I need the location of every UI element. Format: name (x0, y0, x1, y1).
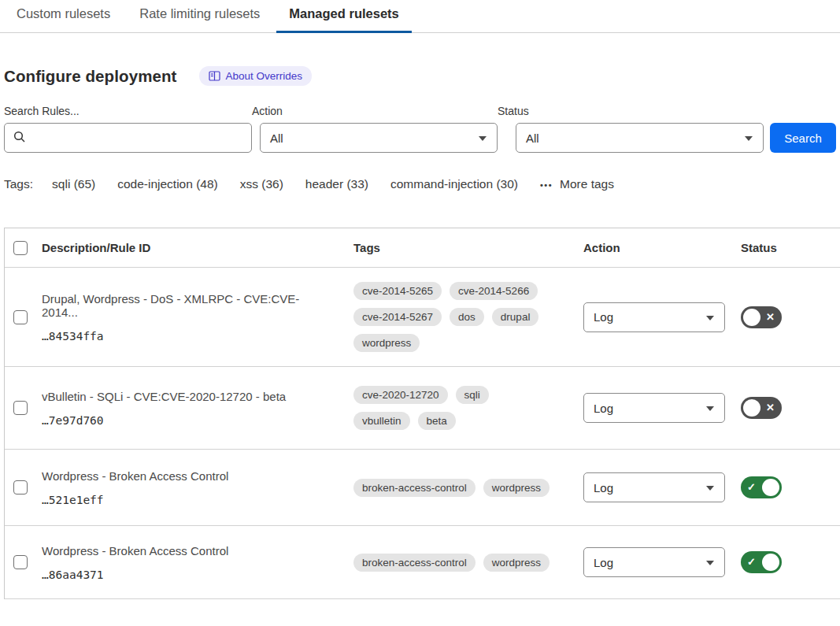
rule-action-select[interactable]: Log (583, 393, 725, 423)
tag-pill: broken-access-control (353, 479, 476, 497)
chevron-down-icon (706, 406, 714, 411)
rule-tags: cve-2014-5265 cve-2014-5266 cve-2014-526… (353, 282, 583, 352)
action-filter-group: Action All (252, 105, 498, 153)
header-row: Configure deployment About Overrides (4, 66, 840, 86)
more-tags-button[interactable]: ••• More tags (540, 177, 614, 191)
rule-action-value: Log (594, 402, 613, 415)
tag-filter-command-injection[interactable]: command-injection (30) (390, 177, 518, 191)
rule-status-toggle[interactable]: ✓ ✕ (741, 306, 782, 328)
status-filter-value: All (526, 131, 539, 145)
more-tags-label: More tags (560, 177, 614, 191)
table-row: Wordpress - Broken Access Control …86aa4… (5, 526, 840, 599)
rule-status-toggle[interactable]: ✓ ✕ (741, 397, 782, 419)
chevron-down-icon (706, 486, 714, 491)
tag-pill: vbulletin (353, 412, 410, 430)
ellipsis-icon: ••• (540, 180, 553, 190)
rule-action-select[interactable]: Log (583, 472, 725, 502)
rule-tags: broken-access-control wordpress (353, 554, 583, 572)
rule-action-select[interactable]: Log (583, 302, 725, 332)
tag-filter-sqli[interactable]: sqli (65) (52, 177, 95, 191)
rule-id: …7e97d760 (42, 414, 330, 427)
rule-action-select[interactable]: Log (583, 547, 725, 577)
rule-description: Wordpress - Broken Access Control (42, 544, 330, 557)
tag-pill: wordpress (483, 479, 550, 497)
table-row: Wordpress - Broken Access Control …521e1… (5, 450, 840, 526)
tab-managed-rulesets[interactable]: Managed rulesets (276, 6, 411, 33)
tag-pill: cve-2014-5267 (353, 308, 442, 326)
row-checkbox[interactable] (13, 310, 28, 324)
rule-status-toggle[interactable]: ✓ ✕ (741, 551, 782, 573)
chevron-down-icon (479, 136, 487, 141)
table-row: Drupal, Wordpress - DoS - XMLRPC - CVE:C… (5, 268, 840, 367)
status-filter-select[interactable]: All (516, 123, 764, 153)
check-icon: ✓ (747, 476, 756, 498)
about-overrides-label: About Overrides (226, 70, 303, 82)
rule-tags: broken-access-control wordpress (353, 479, 583, 497)
x-icon: ✕ (766, 397, 775, 419)
table-row: vBulletin - SQLi - CVE:CVE-2020-12720 - … (5, 367, 840, 450)
rule-tags: cve-2020-12720 sqli vbulletin beta (353, 386, 583, 430)
search-rules-input[interactable] (4, 123, 252, 153)
col-action: Action (583, 241, 741, 254)
toggle-knob (762, 479, 779, 496)
tag-pill: cve-2020-12720 (353, 386, 448, 404)
action-filter-value: All (270, 131, 283, 145)
rules-table: Description/Rule ID Tags Action Status D… (4, 228, 840, 599)
rule-status-toggle[interactable]: ✓ ✕ (741, 476, 782, 498)
filter-row: Search Rules... Action All Status All Se… (4, 105, 836, 153)
tag-filter-code-injection[interactable]: code-injection (48) (117, 177, 218, 191)
tag-pill: dos (450, 308, 484, 326)
row-checkbox[interactable] (13, 480, 28, 495)
ruleset-tabbar: Custom rulesets Rate limiting rulesets M… (0, 0, 840, 33)
tags-bar: Tags: sqli (65) code-injection (48) xss … (4, 177, 836, 191)
rule-description: Drupal, Wordpress - DoS - XMLRPC - CVE:C… (42, 292, 330, 319)
tag-pill: cve-2014-5266 (450, 282, 538, 300)
col-tags: Tags (353, 241, 583, 254)
rule-id: …86aa4371 (42, 569, 330, 581)
book-icon (209, 71, 220, 81)
search-rules-label: Search Rules... (4, 105, 252, 117)
rule-description: Wordpress - Broken Access Control (42, 469, 330, 483)
select-all-checkbox[interactable] (13, 241, 28, 255)
tag-pill: wordpress (483, 554, 550, 572)
tag-pill: wordpress (353, 334, 420, 352)
page-title: Configure deployment (4, 67, 177, 86)
tab-rate-limiting-rulesets[interactable]: Rate limiting rulesets (127, 6, 272, 33)
col-description-rule-id: Description/Rule ID (42, 241, 353, 254)
col-status: Status (741, 241, 840, 254)
chevron-down-icon (745, 136, 753, 141)
tags-bar-label: Tags: (4, 177, 33, 191)
tag-filter-header[interactable]: header (33) (305, 177, 368, 191)
status-filter-label: Status (498, 105, 764, 117)
action-filter-label: Action (252, 105, 498, 117)
tag-pill: beta (418, 412, 456, 430)
action-filter-select[interactable]: All (260, 123, 498, 153)
row-checkbox[interactable] (13, 555, 28, 569)
tab-custom-rulesets[interactable]: Custom rulesets (4, 6, 123, 33)
status-filter-group: Status All (498, 105, 764, 153)
table-header-row: Description/Rule ID Tags Action Status (5, 228, 840, 268)
rule-action-value: Log (594, 556, 613, 569)
about-overrides-badge[interactable]: About Overrides (199, 66, 313, 86)
chevron-down-icon (706, 316, 714, 320)
tag-pill: broken-access-control (353, 554, 476, 572)
rule-action-value: Log (594, 481, 613, 495)
check-icon: ✓ (747, 551, 756, 573)
toggle-knob (762, 554, 779, 571)
search-rules-group: Search Rules... (4, 105, 252, 153)
rule-description: vBulletin - SQLi - CVE:CVE-2020-12720 - … (42, 390, 330, 403)
tag-pill: cve-2014-5265 (353, 282, 442, 300)
search-box (4, 123, 252, 153)
search-icon (13, 131, 26, 143)
rule-id: …521e1eff (42, 494, 330, 506)
rule-action-value: Log (594, 310, 613, 324)
x-icon: ✕ (766, 306, 775, 328)
toggle-knob (743, 309, 760, 326)
row-checkbox[interactable] (13, 401, 28, 415)
tag-filter-xss[interactable]: xss (36) (240, 177, 283, 191)
search-button[interactable]: Search (770, 123, 836, 153)
tag-pill: sqli (456, 386, 489, 404)
tag-pill: drupal (492, 308, 539, 326)
rule-id: …84534ffa (42, 330, 330, 343)
chevron-down-icon (706, 561, 714, 565)
